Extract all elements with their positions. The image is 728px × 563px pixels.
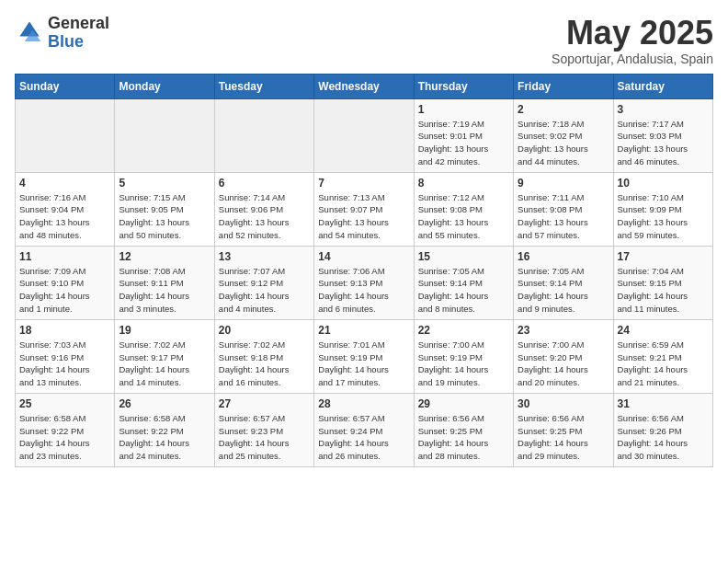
day-info: Sunrise: 7:00 AMSunset: 9:20 PMDaylight:…: [518, 339, 609, 389]
day-info: Sunrise: 7:00 AMSunset: 9:19 PMDaylight:…: [418, 339, 509, 389]
day-number: 19: [119, 324, 210, 337]
day-number: 31: [618, 397, 709, 410]
day-number: 9: [518, 177, 609, 190]
day-number: 3: [618, 103, 709, 116]
day-number: 20: [219, 324, 310, 337]
day-number: 11: [19, 250, 110, 263]
day-info: Sunrise: 7:02 AMSunset: 9:18 PMDaylight:…: [219, 339, 310, 389]
day-cell: 4Sunrise: 7:16 AMSunset: 9:04 PMDaylight…: [16, 172, 115, 246]
day-cell: 1Sunrise: 7:19 AMSunset: 9:01 PMDaylight…: [414, 98, 513, 172]
day-cell: [314, 98, 414, 172]
day-cell: 28Sunrise: 6:57 AMSunset: 9:24 PMDayligh…: [314, 393, 414, 466]
day-info: Sunrise: 7:18 AMSunset: 9:02 PMDaylight:…: [518, 118, 609, 168]
day-info: Sunrise: 6:56 AMSunset: 9:26 PMDaylight:…: [618, 412, 709, 463]
week-row-1: 1Sunrise: 7:19 AMSunset: 9:01 PMDaylight…: [16, 98, 713, 172]
day-number: 24: [618, 324, 709, 337]
day-cell: 18Sunrise: 7:03 AMSunset: 9:16 PMDayligh…: [16, 319, 115, 393]
day-cell: 27Sunrise: 6:57 AMSunset: 9:23 PMDayligh…: [214, 393, 313, 466]
day-info: Sunrise: 7:03 AMSunset: 9:16 PMDaylight:…: [19, 339, 110, 389]
day-info: Sunrise: 7:13 AMSunset: 9:07 PMDaylight:…: [318, 191, 409, 242]
day-cell: 29Sunrise: 6:56 AMSunset: 9:25 PMDayligh…: [414, 393, 513, 466]
day-cell: 21Sunrise: 7:01 AMSunset: 9:19 PMDayligh…: [314, 319, 414, 393]
day-number: 26: [119, 397, 210, 410]
day-number: 22: [418, 324, 509, 337]
day-info: Sunrise: 7:05 AMSunset: 9:14 PMDaylight:…: [418, 265, 509, 316]
day-info: Sunrise: 6:59 AMSunset: 9:21 PMDaylight:…: [618, 339, 709, 389]
day-info: Sunrise: 7:10 AMSunset: 9:09 PMDaylight:…: [618, 191, 709, 242]
calendar-header: SundayMondayTuesdayWednesdayThursdayFrid…: [16, 74, 713, 98]
week-row-4: 18Sunrise: 7:03 AMSunset: 9:16 PMDayligh…: [16, 319, 713, 393]
day-info: Sunrise: 6:56 AMSunset: 9:25 PMDaylight:…: [418, 412, 509, 463]
day-cell: 17Sunrise: 7:04 AMSunset: 9:15 PMDayligh…: [613, 246, 712, 319]
day-info: Sunrise: 6:56 AMSunset: 9:25 PMDaylight:…: [518, 412, 609, 463]
header-day-friday: Friday: [514, 74, 613, 98]
day-cell: 19Sunrise: 7:02 AMSunset: 9:17 PMDayligh…: [115, 319, 214, 393]
day-cell: 14Sunrise: 7:06 AMSunset: 9:13 PMDayligh…: [314, 246, 414, 319]
day-info: Sunrise: 7:09 AMSunset: 9:10 PMDaylight:…: [19, 265, 110, 316]
day-number: 8: [418, 177, 509, 190]
day-info: Sunrise: 6:57 AMSunset: 9:23 PMDaylight:…: [219, 412, 310, 463]
day-cell: 25Sunrise: 6:58 AMSunset: 9:22 PMDayligh…: [16, 393, 115, 466]
day-cell: [115, 98, 214, 172]
logo-general: General: [48, 15, 109, 33]
day-cell: 31Sunrise: 6:56 AMSunset: 9:26 PMDayligh…: [613, 393, 712, 466]
day-number: 16: [518, 250, 609, 263]
day-info: Sunrise: 7:06 AMSunset: 9:13 PMDaylight:…: [318, 265, 409, 316]
day-cell: 5Sunrise: 7:15 AMSunset: 9:05 PMDaylight…: [115, 172, 214, 246]
day-info: Sunrise: 7:05 AMSunset: 9:14 PMDaylight:…: [518, 265, 609, 316]
day-info: Sunrise: 6:58 AMSunset: 9:22 PMDaylight:…: [119, 412, 210, 463]
day-cell: 15Sunrise: 7:05 AMSunset: 9:14 PMDayligh…: [414, 246, 513, 319]
day-info: Sunrise: 7:19 AMSunset: 9:01 PMDaylight:…: [418, 118, 509, 168]
day-cell: 3Sunrise: 7:17 AMSunset: 9:03 PMDaylight…: [613, 98, 712, 172]
header-day-wednesday: Wednesday: [314, 74, 414, 98]
day-cell: 26Sunrise: 6:58 AMSunset: 9:22 PMDayligh…: [115, 393, 214, 466]
header-day-monday: Monday: [115, 74, 214, 98]
day-number: 28: [318, 397, 409, 410]
logo: General Blue: [15, 15, 109, 52]
day-number: 4: [19, 177, 110, 190]
calendar-table: SundayMondayTuesdayWednesdayThursdayFrid…: [15, 74, 713, 467]
day-cell: 6Sunrise: 7:14 AMSunset: 9:06 PMDaylight…: [214, 172, 313, 246]
day-info: Sunrise: 7:08 AMSunset: 9:11 PMDaylight:…: [119, 265, 210, 316]
day-number: 7: [318, 177, 409, 190]
day-number: 21: [318, 324, 409, 337]
header-row: SundayMondayTuesdayWednesdayThursdayFrid…: [16, 74, 713, 98]
day-cell: [16, 98, 115, 172]
day-cell: [214, 98, 313, 172]
header-day-saturday: Saturday: [613, 74, 712, 98]
day-cell: 2Sunrise: 7:18 AMSunset: 9:02 PMDaylight…: [514, 98, 613, 172]
title-section: May 2025 Soportujar, Andalusia, Spain: [552, 15, 713, 66]
day-info: Sunrise: 7:15 AMSunset: 9:05 PMDaylight:…: [119, 191, 210, 242]
day-number: 15: [418, 250, 509, 263]
day-number: 14: [318, 250, 409, 263]
logo-blue: Blue: [48, 33, 109, 52]
day-number: 18: [19, 324, 110, 337]
day-cell: 16Sunrise: 7:05 AMSunset: 9:14 PMDayligh…: [514, 246, 613, 319]
day-number: 10: [618, 177, 709, 190]
header-day-thursday: Thursday: [414, 74, 513, 98]
header-day-tuesday: Tuesday: [214, 74, 313, 98]
day-info: Sunrise: 7:02 AMSunset: 9:17 PMDaylight:…: [119, 339, 210, 389]
day-info: Sunrise: 7:16 AMSunset: 9:04 PMDaylight:…: [19, 191, 110, 242]
day-cell: 13Sunrise: 7:07 AMSunset: 9:12 PMDayligh…: [214, 246, 313, 319]
day-info: Sunrise: 7:01 AMSunset: 9:19 PMDaylight:…: [318, 339, 409, 389]
logo-icon: [15, 18, 44, 48]
day-cell: 12Sunrise: 7:08 AMSunset: 9:11 PMDayligh…: [115, 246, 214, 319]
header-day-sunday: Sunday: [16, 74, 115, 98]
day-number: 5: [119, 177, 210, 190]
day-info: Sunrise: 7:17 AMSunset: 9:03 PMDaylight:…: [618, 118, 709, 168]
day-number: 25: [19, 397, 110, 410]
day-info: Sunrise: 7:12 AMSunset: 9:08 PMDaylight:…: [418, 191, 509, 242]
day-info: Sunrise: 6:58 AMSunset: 9:22 PMDaylight:…: [19, 412, 110, 463]
day-cell: 8Sunrise: 7:12 AMSunset: 9:08 PMDaylight…: [414, 172, 513, 246]
day-cell: 22Sunrise: 7:00 AMSunset: 9:19 PMDayligh…: [414, 319, 513, 393]
month-title: May 2025: [552, 15, 713, 52]
day-number: 27: [219, 397, 310, 410]
calendar-body: 1Sunrise: 7:19 AMSunset: 9:01 PMDaylight…: [16, 98, 713, 466]
day-number: 2: [518, 103, 609, 116]
day-info: Sunrise: 7:14 AMSunset: 9:06 PMDaylight:…: [219, 191, 310, 242]
day-number: 6: [219, 177, 310, 190]
day-cell: 11Sunrise: 7:09 AMSunset: 9:10 PMDayligh…: [16, 246, 115, 319]
day-cell: 20Sunrise: 7:02 AMSunset: 9:18 PMDayligh…: [214, 319, 313, 393]
day-cell: 24Sunrise: 6:59 AMSunset: 9:21 PMDayligh…: [613, 319, 712, 393]
